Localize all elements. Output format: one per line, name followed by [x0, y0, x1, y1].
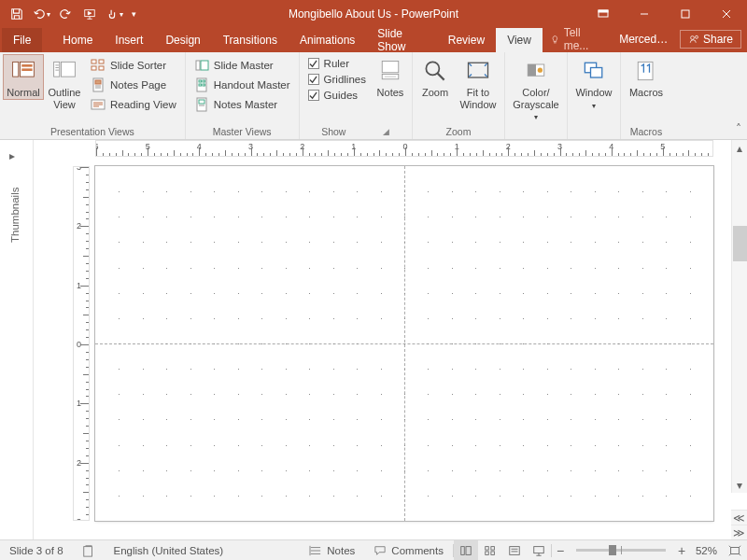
notes-page-button[interactable]: Notes Page	[89, 76, 178, 94]
svg-rect-55	[510, 546, 520, 554]
outline-view-button[interactable]: Outline View	[44, 54, 85, 110]
checkbox-icon	[308, 90, 319, 101]
tab-design[interactable]: Design	[154, 28, 211, 52]
svg-rect-18	[99, 60, 104, 63]
gridlines-checkbox[interactable]: Gridlines	[306, 72, 368, 87]
outline-label: Outline View	[46, 87, 83, 110]
group-color-grayscale: Color/ Grayscale ▾	[505, 52, 568, 139]
tab-slideshow[interactable]: Slide Show	[366, 28, 436, 52]
qat-customize-button[interactable]: ▾	[127, 3, 140, 25]
horizontal-ruler[interactable]: 6543210123456	[95, 140, 713, 157]
handout-master-button[interactable]: Handout Master	[192, 76, 292, 94]
notes-toggle-icon	[309, 545, 322, 556]
scroll-down-button[interactable]: ▾	[732, 477, 747, 493]
fit-to-window-button[interactable]: Fit to Window	[455, 54, 501, 110]
slide-sorter-statusbtn[interactable]	[478, 540, 502, 561]
tell-me-search[interactable]: Tell me...	[543, 26, 608, 52]
svg-rect-53	[486, 551, 489, 554]
zoom-out-button[interactable]: −	[552, 543, 569, 558]
svg-rect-2	[599, 10, 608, 12]
color-gray-label: Color/ Grayscale ▾	[510, 87, 562, 122]
ruler-checkbox[interactable]: Ruler	[306, 56, 368, 71]
start-slideshow-button[interactable]	[78, 3, 101, 25]
zoom-label: Zoom	[422, 87, 448, 99]
zoom-button[interactable]: Zoom	[416, 54, 455, 99]
touch-mode-button[interactable]: ▾	[103, 3, 125, 25]
dialog-launcher-icon[interactable]: ◢	[383, 127, 389, 136]
tab-review[interactable]: Review	[437, 28, 496, 52]
scroll-up-button[interactable]: ▴	[732, 140, 747, 156]
ribbon-options-button[interactable]	[583, 0, 624, 28]
svg-rect-10	[21, 64, 32, 67]
normal-view-icon	[9, 57, 37, 85]
svg-rect-20	[99, 66, 104, 70]
slide[interactable]	[95, 166, 713, 521]
window-label: Window▾	[575, 87, 612, 110]
fit-to-window-statusbtn[interactable]	[723, 540, 747, 561]
tab-insert[interactable]: Insert	[104, 28, 154, 52]
expand-thumbnails-button[interactable]: ▸	[9, 149, 22, 162]
maximize-button[interactable]	[665, 0, 706, 28]
scroll-thumb[interactable]	[733, 226, 747, 261]
checkbox-icon	[308, 74, 319, 85]
group-window: Window▾	[568, 52, 621, 139]
svg-rect-54	[491, 551, 495, 554]
svg-rect-51	[486, 546, 489, 550]
svg-rect-46	[590, 68, 601, 78]
normal-view-button[interactable]: Normal	[3, 54, 44, 100]
zoom-knob[interactable]	[609, 545, 616, 555]
slide-sorter-button[interactable]: Slide Sorter	[89, 56, 178, 75]
tab-animations[interactable]: Animations	[289, 28, 366, 52]
tab-home[interactable]: Home	[51, 28, 104, 52]
save-button[interactable]	[6, 3, 28, 25]
language-indicator[interactable]: English (United States)	[105, 545, 233, 556]
group-master-views: Slide Master Handout Master Notes Master…	[186, 52, 300, 139]
notes-toggle[interactable]: Notes	[300, 545, 364, 556]
group-label-macros: Macros	[624, 125, 669, 139]
zoom-slider[interactable]	[576, 549, 666, 552]
group-label-color	[508, 136, 564, 139]
notes-label: Notes	[377, 87, 404, 99]
collapse-ribbon-button[interactable]: ˄	[736, 122, 741, 135]
slide-master-button[interactable]: Slide Master	[192, 56, 292, 75]
comments-toggle[interactable]: Comments	[364, 545, 453, 556]
next-slide-button[interactable]: ≫	[731, 525, 747, 539]
undo-button[interactable]: ▾	[30, 3, 52, 25]
zoom-percent[interactable]: 52%	[690, 545, 723, 556]
fit-window-icon	[464, 57, 492, 85]
tab-view[interactable]: View	[496, 28, 543, 52]
user-name[interactable]: Merced Fl...	[612, 33, 676, 46]
svg-rect-47	[638, 62, 653, 79]
svg-point-7	[691, 36, 695, 40]
prev-slide-button[interactable]: ≪	[731, 510, 747, 525]
minimize-button[interactable]	[624, 0, 665, 28]
color-grayscale-button[interactable]: Color/ Grayscale ▾	[508, 54, 564, 122]
slideshow-statusbtn[interactable]	[527, 540, 551, 561]
vertical-scrollbar[interactable]: ▴ ▾	[731, 140, 747, 493]
quick-access-toolbar: ▾ ▾ ▾	[0, 3, 140, 25]
svg-rect-58	[534, 546, 544, 553]
reading-view-button[interactable]: Reading View	[89, 95, 178, 114]
thumbnails-panel: ▸ Thumbnails	[0, 140, 34, 539]
spellcheck-button[interactable]	[73, 544, 105, 557]
zoom-icon	[421, 57, 449, 85]
macros-button[interactable]: Macros	[624, 54, 669, 99]
slide-nav-buttons: ≪ ≫	[731, 510, 747, 539]
vertical-ruler[interactable]: 3210123	[73, 166, 90, 521]
slide-indicator[interactable]: Slide 3 of 8	[0, 545, 73, 556]
window-menu-button[interactable]: Window▾	[571, 54, 617, 110]
redo-button[interactable]	[54, 3, 77, 25]
guides-checkbox[interactable]: Guides	[306, 88, 368, 103]
notes-button[interactable]: Notes	[372, 54, 409, 99]
close-button[interactable]	[706, 0, 747, 28]
tab-file[interactable]: File	[2, 28, 42, 52]
normal-view-statusbtn[interactable]	[454, 540, 478, 561]
notes-master-button[interactable]: Notes Master	[192, 95, 292, 114]
svg-rect-22	[95, 80, 101, 84]
tab-transitions[interactable]: Transitions	[212, 28, 289, 52]
svg-rect-50	[466, 546, 471, 554]
zoom-in-button[interactable]: +	[673, 543, 690, 558]
window-icon	[580, 57, 608, 85]
reading-view-statusbtn[interactable]	[502, 540, 527, 561]
share-button[interactable]: Share	[680, 30, 741, 49]
